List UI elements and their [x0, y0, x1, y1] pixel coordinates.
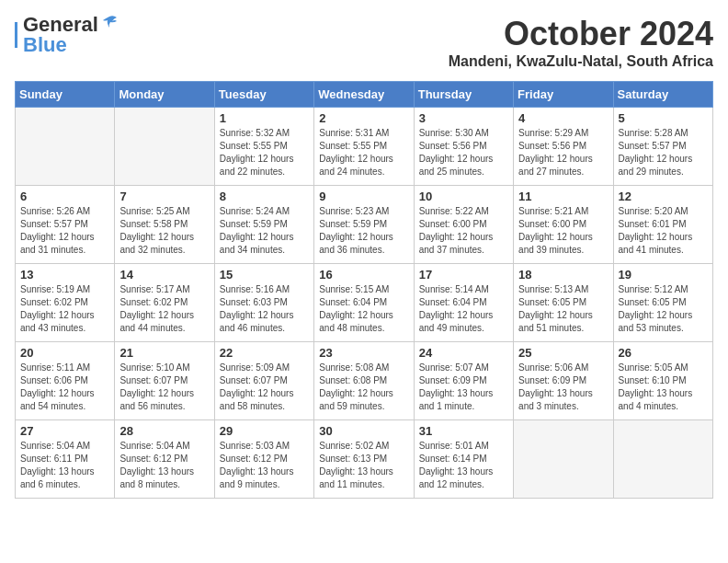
calendar-cell: 9Sunrise: 5:23 AM Sunset: 5:59 PM Daylig…: [314, 186, 414, 264]
calendar-cell: [514, 420, 613, 499]
day-number: 3: [419, 111, 508, 125]
day-info: Sunrise: 5:29 AM Sunset: 5:56 PM Dayligh…: [518, 127, 608, 178]
title-block: October 2024 Mandeni, KwaZulu-Natal, Sou…: [449, 15, 713, 70]
day-info: Sunrise: 5:13 AM Sunset: 6:05 PM Dayligh…: [518, 283, 608, 335]
day-number: 29: [220, 424, 309, 438]
day-number: 7: [119, 190, 209, 203]
day-info: Sunrise: 5:05 AM Sunset: 6:10 PM Dayligh…: [619, 362, 708, 413]
calendar-cell: 28Sunrise: 5:04 AM Sunset: 6:12 PM Dayli…: [115, 420, 214, 499]
day-number: 4: [518, 111, 608, 125]
day-number: 17: [419, 268, 508, 282]
day-number: 1: [220, 111, 309, 125]
day-info: Sunrise: 5:03 AM Sunset: 6:12 PM Dayligh…: [220, 440, 309, 491]
calendar-cell: 12Sunrise: 5:20 AM Sunset: 6:01 PM Dayli…: [613, 186, 712, 264]
logo: General Blue: [15, 15, 119, 55]
calendar-cell: 16Sunrise: 5:15 AM Sunset: 6:04 PM Dayli…: [314, 264, 414, 342]
day-number: 28: [119, 424, 209, 438]
day-number: 11: [518, 190, 608, 203]
day-number: 2: [319, 111, 408, 125]
calendar-cell: 25Sunrise: 5:06 AM Sunset: 6:09 PM Dayli…: [514, 342, 613, 420]
calendar-cell: 10Sunrise: 5:22 AM Sunset: 6:00 PM Dayli…: [414, 186, 513, 264]
calendar-cell: 13Sunrise: 5:19 AM Sunset: 6:02 PM Dayli…: [16, 264, 115, 342]
calendar-week-row: 27Sunrise: 5:04 AM Sunset: 6:11 PM Dayli…: [16, 420, 713, 499]
day-number: 10: [419, 190, 508, 203]
calendar-cell: [115, 108, 214, 186]
day-number: 26: [619, 346, 708, 360]
day-info: Sunrise: 5:19 AM Sunset: 6:02 PM Dayligh…: [20, 283, 109, 335]
day-number: 15: [220, 268, 309, 282]
calendar-cell: 18Sunrise: 5:13 AM Sunset: 6:05 PM Dayli…: [514, 264, 613, 342]
month-title: October 2024: [449, 15, 713, 53]
day-info: Sunrise: 5:15 AM Sunset: 6:04 PM Dayligh…: [319, 283, 408, 335]
day-number: 24: [419, 346, 508, 360]
calendar-cell: 30Sunrise: 5:02 AM Sunset: 6:13 PM Dayli…: [314, 420, 414, 499]
logo-text-blue: Blue: [23, 33, 67, 56]
day-info: Sunrise: 5:09 AM Sunset: 6:07 PM Dayligh…: [220, 362, 309, 413]
calendar-cell: 17Sunrise: 5:14 AM Sunset: 6:04 PM Dayli…: [414, 264, 513, 342]
day-info: Sunrise: 5:32 AM Sunset: 5:55 PM Dayligh…: [220, 127, 309, 178]
calendar-cell: 8Sunrise: 5:24 AM Sunset: 5:59 PM Daylig…: [214, 186, 313, 264]
day-number: 21: [119, 346, 209, 360]
day-info: Sunrise: 5:24 AM Sunset: 5:59 PM Dayligh…: [220, 205, 309, 257]
day-info: Sunrise: 5:12 AM Sunset: 6:05 PM Dayligh…: [619, 283, 708, 335]
day-info: Sunrise: 5:22 AM Sunset: 6:00 PM Dayligh…: [419, 205, 508, 257]
day-number: 5: [619, 111, 708, 125]
day-number: 6: [20, 190, 109, 203]
day-info: Sunrise: 5:26 AM Sunset: 5:57 PM Dayligh…: [20, 205, 109, 257]
page-header: General Blue October 2024 Mandeni, KwaZu…: [15, 15, 713, 70]
day-number: 12: [619, 190, 708, 203]
calendar-cell: 1Sunrise: 5:32 AM Sunset: 5:55 PM Daylig…: [214, 108, 313, 186]
calendar-cell: 21Sunrise: 5:10 AM Sunset: 6:07 PM Dayli…: [115, 342, 214, 420]
calendar-cell: 19Sunrise: 5:12 AM Sunset: 6:05 PM Dayli…: [613, 264, 712, 342]
calendar-cell: 2Sunrise: 5:31 AM Sunset: 5:55 PM Daylig…: [314, 108, 414, 186]
logo-text-general: General: [23, 15, 98, 35]
weekday-header: Saturday: [613, 82, 712, 108]
day-info: Sunrise: 5:17 AM Sunset: 6:02 PM Dayligh…: [119, 283, 209, 335]
day-number: 31: [419, 424, 508, 438]
weekday-header: Tuesday: [214, 82, 313, 108]
day-number: 8: [220, 190, 309, 203]
logo-bird-icon: [100, 14, 119, 32]
calendar-cell: 27Sunrise: 5:04 AM Sunset: 6:11 PM Dayli…: [16, 420, 115, 499]
day-number: 23: [319, 346, 408, 360]
calendar-cell: 26Sunrise: 5:05 AM Sunset: 6:10 PM Dayli…: [613, 342, 712, 420]
day-number: 18: [518, 268, 608, 282]
day-info: Sunrise: 5:08 AM Sunset: 6:08 PM Dayligh…: [319, 362, 408, 413]
day-info: Sunrise: 5:04 AM Sunset: 6:11 PM Dayligh…: [20, 440, 109, 491]
weekday-header: Thursday: [414, 82, 513, 108]
day-number: 25: [518, 346, 608, 360]
calendar-cell: 4Sunrise: 5:29 AM Sunset: 5:56 PM Daylig…: [514, 108, 613, 186]
day-info: Sunrise: 5:06 AM Sunset: 6:09 PM Dayligh…: [518, 362, 608, 413]
calendar-cell: 5Sunrise: 5:28 AM Sunset: 5:57 PM Daylig…: [613, 108, 712, 186]
calendar-cell: 22Sunrise: 5:09 AM Sunset: 6:07 PM Dayli…: [214, 342, 313, 420]
day-number: 27: [20, 424, 109, 438]
day-info: Sunrise: 5:07 AM Sunset: 6:09 PM Dayligh…: [419, 362, 508, 413]
day-number: 14: [119, 268, 209, 282]
day-info: Sunrise: 5:23 AM Sunset: 5:59 PM Dayligh…: [319, 205, 408, 257]
day-number: 9: [319, 190, 408, 203]
logo-line: [15, 22, 17, 48]
calendar-cell: [16, 108, 115, 186]
calendar-cell: 29Sunrise: 5:03 AM Sunset: 6:12 PM Dayli…: [214, 420, 313, 499]
calendar-cell: 31Sunrise: 5:01 AM Sunset: 6:14 PM Dayli…: [414, 420, 513, 499]
calendar-week-row: 20Sunrise: 5:11 AM Sunset: 6:06 PM Dayli…: [16, 342, 713, 420]
day-number: 30: [319, 424, 408, 438]
weekday-header: Friday: [514, 82, 613, 108]
calendar-week-row: 1Sunrise: 5:32 AM Sunset: 5:55 PM Daylig…: [16, 108, 713, 186]
day-info: Sunrise: 5:31 AM Sunset: 5:55 PM Dayligh…: [319, 127, 408, 178]
day-number: 20: [20, 346, 109, 360]
calendar-cell: 14Sunrise: 5:17 AM Sunset: 6:02 PM Dayli…: [115, 264, 214, 342]
day-number: 13: [20, 268, 109, 282]
day-info: Sunrise: 5:11 AM Sunset: 6:06 PM Dayligh…: [20, 362, 109, 413]
weekday-header: Wednesday: [314, 82, 414, 108]
day-info: Sunrise: 5:21 AM Sunset: 6:00 PM Dayligh…: [518, 205, 608, 257]
day-info: Sunrise: 5:01 AM Sunset: 6:14 PM Dayligh…: [419, 440, 508, 491]
day-info: Sunrise: 5:28 AM Sunset: 5:57 PM Dayligh…: [619, 127, 708, 178]
location-text: Mandeni, KwaZulu-Natal, South Africa: [449, 53, 713, 70]
day-number: 19: [619, 268, 708, 282]
weekday-header-row: SundayMondayTuesdayWednesdayThursdayFrid…: [16, 82, 713, 108]
day-number: 22: [220, 346, 309, 360]
calendar-table: SundayMondayTuesdayWednesdayThursdayFrid…: [15, 81, 713, 499]
day-info: Sunrise: 5:10 AM Sunset: 6:07 PM Dayligh…: [119, 362, 209, 413]
day-info: Sunrise: 5:02 AM Sunset: 6:13 PM Dayligh…: [319, 440, 408, 491]
